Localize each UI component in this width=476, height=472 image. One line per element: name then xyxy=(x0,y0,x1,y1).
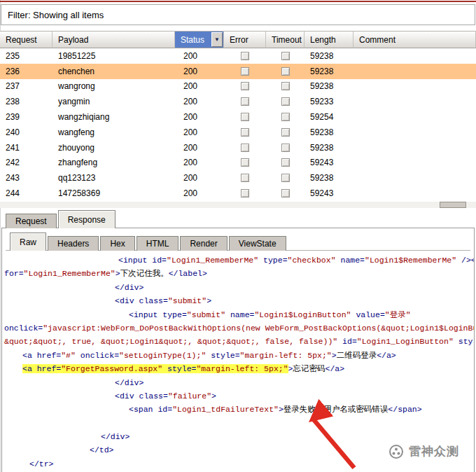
error-checkbox[interactable] xyxy=(241,113,249,121)
table-row[interactable]: 238yangmin20059233 xyxy=(0,94,476,109)
timeout-checkbox[interactable] xyxy=(281,82,290,90)
error-checkbox[interactable] xyxy=(241,97,249,106)
error-checkbox[interactable] xyxy=(241,67,249,76)
cell-status: 200 xyxy=(175,155,224,171)
cell-comment xyxy=(354,186,476,201)
code-line: <input id="Login1_RememberMe" type="chec… xyxy=(3,254,474,267)
table-row[interactable]: 243qq12312320059238 xyxy=(0,170,476,186)
cell-comment xyxy=(354,64,476,79)
code-line: <span id="Login1_tdFailureText">登录失败。用户名… xyxy=(3,403,474,416)
cell-request: 241 xyxy=(0,140,52,155)
cell-comment xyxy=(354,170,476,186)
timeout-checkbox[interactable] xyxy=(281,67,290,76)
column-header-error[interactable]: Error xyxy=(224,31,266,48)
tab-raw[interactable]: Raw xyxy=(10,232,46,251)
filter-bar[interactable]: Filter: Showing all items xyxy=(1,4,475,25)
error-checkbox[interactable] xyxy=(241,82,249,90)
cell-payload: chenchen xyxy=(52,64,175,79)
timeout-checkbox[interactable] xyxy=(281,97,290,106)
cell-payload: wangrong xyxy=(52,79,175,95)
cell-length: 59243 xyxy=(304,186,354,201)
cell-timeout xyxy=(266,79,304,95)
cell-status: 200 xyxy=(175,109,224,125)
tab-viewstate[interactable]: ViewState xyxy=(229,236,286,251)
code-line: <a href="ForgetPassword.aspx" style="mar… xyxy=(3,362,474,375)
cell-payload: 147258369 xyxy=(52,186,175,201)
column-header-status-label: Status xyxy=(181,35,204,45)
table-hscrollbar-thumb[interactable] xyxy=(440,202,466,208)
error-checkbox[interactable] xyxy=(241,189,249,197)
sort-direction-button[interactable]: ▼ xyxy=(211,32,223,47)
window-top-accent xyxy=(0,1,476,2)
column-header-comment[interactable]: Comment xyxy=(354,31,476,48)
error-checkbox[interactable] xyxy=(241,144,249,152)
cell-length: 59238 xyxy=(304,170,354,186)
error-checkbox[interactable] xyxy=(241,52,249,60)
column-header-length[interactable]: Length xyxy=(304,31,354,48)
timeout-checkbox[interactable] xyxy=(281,174,290,182)
column-header-status[interactable]: Status ▼ xyxy=(175,31,224,48)
cell-error xyxy=(224,155,266,171)
timeout-checkbox[interactable] xyxy=(281,158,290,167)
cell-length: 59233 xyxy=(304,94,354,109)
cell-length: 59238 xyxy=(304,125,354,140)
cell-request: 240 xyxy=(0,125,52,140)
cell-request: 239 xyxy=(0,109,52,125)
cell-error xyxy=(224,186,266,201)
code-line: <div class="failure"> xyxy=(3,389,474,403)
cell-length: 59238 xyxy=(304,140,354,155)
cell-status: 200 xyxy=(175,140,224,155)
timeout-checkbox[interactable] xyxy=(281,52,290,60)
tab-request[interactable]: Request xyxy=(6,214,57,228)
cell-timeout xyxy=(266,48,304,64)
table-row[interactable]: 24414725836920059243 xyxy=(0,186,476,201)
table-row[interactable]: 241zhouyong20059238 xyxy=(0,140,476,155)
timeout-checkbox[interactable] xyxy=(281,128,290,137)
cell-request: 244 xyxy=(0,186,52,201)
cell-error xyxy=(224,94,266,109)
table-row[interactable]: 236chenchen20059238 xyxy=(0,64,476,79)
tab-headers[interactable]: Headers xyxy=(48,236,99,251)
timeout-checkbox[interactable] xyxy=(281,113,290,121)
table-row[interactable]: 242zhangfeng20059243 xyxy=(0,155,476,171)
error-checkbox[interactable] xyxy=(241,174,249,182)
cell-comment xyxy=(354,155,476,171)
code-view[interactable]: <input id="Login1_RememberMe" type="chec… xyxy=(3,254,474,472)
cell-payload: zhangfeng xyxy=(52,155,175,171)
table-row[interactable]: 2351985122520059238 xyxy=(0,48,476,64)
timeout-checkbox[interactable] xyxy=(281,144,290,152)
cell-request: 242 xyxy=(0,155,52,171)
error-checkbox[interactable] xyxy=(241,158,249,167)
column-header-request[interactable]: Request xyxy=(0,31,52,48)
cell-comment xyxy=(354,140,476,155)
cell-payload: zhouyong xyxy=(52,140,175,155)
cell-error xyxy=(224,48,266,64)
cell-error xyxy=(224,170,266,186)
cell-length: 59243 xyxy=(304,155,354,171)
table-row[interactable]: 239wangzhiqiang20059254 xyxy=(0,109,476,125)
error-checkbox[interactable] xyxy=(241,128,249,137)
cell-request: 243 xyxy=(0,170,52,186)
column-header-payload[interactable]: Payload xyxy=(52,31,175,48)
cell-timeout xyxy=(266,140,304,155)
tab-render[interactable]: Render xyxy=(180,236,227,251)
tab-hex[interactable]: Hex xyxy=(100,236,134,251)
table-row[interactable]: 237wangrong20059238 xyxy=(0,79,476,95)
timeout-checkbox[interactable] xyxy=(281,189,290,197)
cell-status: 200 xyxy=(175,125,224,140)
main-tab-bar: Request Response xyxy=(6,210,117,228)
tab-response[interactable]: Response xyxy=(58,210,115,228)
cell-request: 235 xyxy=(0,48,52,64)
table-hscrollbar[interactable] xyxy=(0,202,476,208)
tab-html[interactable]: HTML xyxy=(136,236,179,251)
cell-status: 200 xyxy=(175,79,224,95)
column-header-timeout[interactable]: Timeout xyxy=(266,31,304,48)
cell-comment xyxy=(354,109,476,125)
code-line: </div> xyxy=(3,376,474,389)
watermark: 雷神众测 xyxy=(388,443,459,459)
cell-request: 236 xyxy=(0,64,52,79)
table-body: 2351985122520059238236chenchen2005923823… xyxy=(0,48,476,202)
table-row[interactable]: 240wangfeng20059238 xyxy=(0,125,476,140)
cell-timeout xyxy=(266,94,304,109)
cell-payload: 19851225 xyxy=(52,48,175,64)
